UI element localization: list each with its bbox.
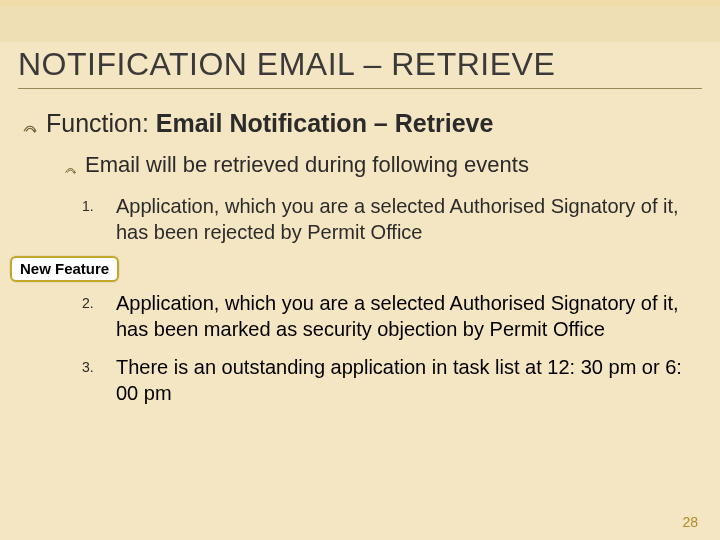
level1-label: Function: (46, 109, 156, 137)
item-text: There is an outstanding application in t… (116, 354, 696, 406)
flourish-icon (22, 114, 38, 145)
slide: NOTIFICATION EMAIL – RETRIEVE Function: … (0, 0, 720, 540)
decor-band-upper (0, 6, 720, 42)
content-area-lower: 2. Application, which you are a selected… (22, 290, 696, 418)
numbered-list-lower: 2. Application, which you are a selected… (82, 290, 696, 406)
item-text: Application, which you are a selected Au… (116, 290, 696, 342)
list-item: 2. Application, which you are a selected… (82, 290, 696, 342)
title-underline (18, 88, 702, 89)
new-feature-badge: New Feature (10, 256, 119, 282)
bullet-level-2: Email will be retrieved during following… (64, 151, 696, 185)
item-number: 3. (82, 354, 116, 376)
page-number: 28 (682, 514, 698, 530)
level1-text: Function: Email Notification – Retrieve (46, 108, 493, 139)
bullet-level-1: Function: Email Notification – Retrieve (22, 108, 696, 145)
item-number: 2. (82, 290, 116, 312)
level2-text: Email will be retrieved during following… (85, 151, 529, 179)
numbered-list: 1. Application, which you are a selected… (82, 193, 696, 245)
flourish-icon (64, 157, 77, 185)
level1-bold: Email Notification – Retrieve (156, 109, 494, 137)
list-item: 1. Application, which you are a selected… (82, 193, 696, 245)
list-item: 3. There is an outstanding application i… (82, 354, 696, 406)
item-text: Application, which you are a selected Au… (116, 193, 696, 245)
content-area: Function: Email Notification – Retrieve … (22, 108, 696, 257)
item-number: 1. (82, 193, 116, 215)
slide-title: NOTIFICATION EMAIL – RETRIEVE (18, 46, 702, 85)
